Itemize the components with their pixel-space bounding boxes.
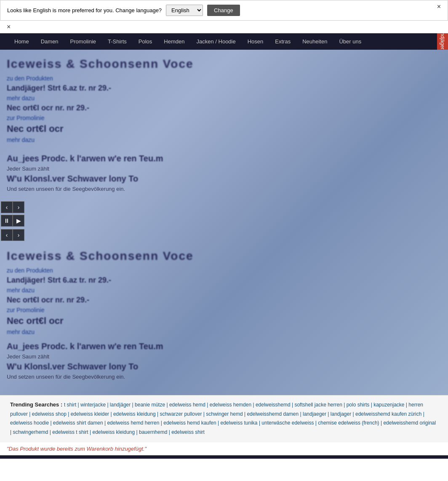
- nav-tshirts[interactable]: T-Shirts: [102, 33, 133, 50]
- hero-tagline-1: Au_jees Prodc. k l'arwen w'e ren Teu.m: [0, 152, 448, 165]
- hero-text-1: Landjäger! Strt 6.az tr. nr 29.-: [0, 83, 448, 94]
- play-button[interactable]: ▶: [13, 215, 24, 227]
- hero-text-3: Nec ort€l ocr: [0, 122, 448, 136]
- pause-button[interactable]: ⏸: [1, 215, 13, 227]
- side-tab[interactable]: Landjäger.ch: [437, 33, 448, 50]
- trending-links: t shirt | winterjacke | landjäger | bean…: [10, 402, 436, 435]
- next-button-1[interactable]: ›: [13, 201, 24, 213]
- trend-edelweiss-hemd-kaufen[interactable]: edelweiss hemd kaufen: [163, 420, 216, 426]
- hero-link-mehr-1[interactable]: mehr dazu: [0, 94, 448, 102]
- trend-kapuzen[interactable]: kapuzenjacke: [373, 402, 404, 408]
- next-button-2[interactable]: ›: [13, 229, 24, 241]
- close-icon[interactable]: ×: [7, 23, 11, 30]
- trending-section: Trending Searches : t shirt | winterjack…: [0, 395, 448, 442]
- hero-section: Iceweiss & Schoonsenn Voce zu den Produk…: [0, 50, 448, 395]
- hero2-link-promo[interactable]: zur Promolinie: [0, 306, 448, 314]
- trend-edelweisshemd-original[interactable]: edelweisshemd original: [383, 420, 436, 426]
- trend-edelweiss-shop[interactable]: edelweiss shop: [32, 411, 67, 417]
- trend-edelweiss-t-shirt[interactable]: edelweiss t shirt: [52, 429, 88, 435]
- lang-bar-text: Looks like English is more preferred for…: [7, 7, 162, 13]
- nav-damen[interactable]: Damen: [35, 33, 64, 50]
- trend-beanie[interactable]: beanie mütze: [135, 402, 165, 408]
- trend-edelweiss-shirt[interactable]: edelweiss shirt: [171, 429, 205, 435]
- trend-bauernhemd[interactable]: bauernhemd: [139, 429, 167, 435]
- hero-sub1: Jeder Saum zählt: [0, 165, 448, 173]
- hero2-link-mehr-1[interactable]: mehr dazu: [0, 286, 448, 294]
- close-langbar-button[interactable]: ×: [437, 3, 441, 11]
- trend-winterjacke[interactable]: winterjacke: [80, 402, 106, 408]
- slider-controls-2: ‹ ›: [0, 227, 448, 242]
- trend-edelweiss-hoodie[interactable]: edelweiss hoodie: [10, 420, 49, 426]
- hero2-text-3: Nec ort€l ocr: [0, 314, 448, 328]
- nav-hemden[interactable]: Hemden: [158, 33, 190, 50]
- language-select[interactable]: English Deutsch Français: [166, 5, 203, 16]
- prev-button-2[interactable]: ‹: [1, 229, 13, 241]
- trend-polo[interactable]: polo shirts: [347, 402, 370, 408]
- hero-link-promo-1[interactable]: zur Promolinie: [0, 114, 448, 122]
- toast-text: "Das Produkt wurde bereits zum Warenkorb…: [7, 446, 147, 452]
- trend-edelweisshemd[interactable]: edelweisshemd: [256, 402, 291, 408]
- trend-chemise[interactable]: chemise edelweiss (french): [318, 420, 379, 426]
- trend-edelweiss-kleidung[interactable]: edelweiss kleidung: [113, 411, 156, 417]
- trend-edelweiss-kleidung2[interactable]: edelweiss kleidung: [92, 429, 135, 435]
- change-language-button[interactable]: Change: [207, 5, 240, 16]
- trending-label: Trending Searches :: [10, 401, 62, 408]
- trend-t-shirt[interactable]: t shirt: [64, 402, 76, 408]
- hero-title-2: Iceweiss & Schoonsenn Voce: [0, 246, 448, 266]
- nav-neuheiten[interactable]: Neuheiten: [296, 33, 333, 50]
- hero2-tagline: Au_jees Prodc. k l'arwen w'e ren Teu.m: [0, 340, 448, 353]
- trend-edelweiss-hemden[interactable]: edelweiss hemden: [210, 402, 251, 408]
- nav-jacken[interactable]: Jacken / Hoodie: [191, 33, 242, 50]
- nav-promolinie[interactable]: Promolinie: [64, 33, 102, 50]
- hero2-link-products[interactable]: zu den Produkten: [0, 266, 448, 275]
- hero2-link-mehr-2[interactable]: mehr dazu: [0, 328, 448, 336]
- trend-softshell[interactable]: softshell jacke herren: [294, 402, 342, 408]
- trend-edelweiss-kleider[interactable]: edelweiss kleider: [71, 411, 109, 417]
- nav-hosen[interactable]: Hosen: [242, 33, 269, 50]
- trend-landjager[interactable]: landjäger: [110, 402, 131, 408]
- trend-edelweisshemd-zuerich[interactable]: edelweisshemd kaufen zürich: [355, 411, 421, 417]
- trend-edelweiss-hemd[interactable]: edelweiss hemd: [169, 402, 205, 408]
- hero-sub3: Und setzen unseen für die Seegbevölkerun…: [0, 185, 448, 193]
- nav-home[interactable]: Home: [8, 33, 35, 50]
- trend-schwingerhemd[interactable]: schwingerhemd: [13, 429, 48, 435]
- slider-controls-1: ‹ ›: [0, 200, 448, 214]
- nav-polos[interactable]: Polos: [133, 33, 158, 50]
- prev-button-1[interactable]: ‹: [1, 201, 13, 213]
- trend-edelweiss-hemd-herren[interactable]: edelweiss hemd herren: [107, 420, 159, 426]
- main-nav: Home Damen Promolinie T-Shirts Polos Hem…: [0, 33, 448, 50]
- trend-schwinger-hemd[interactable]: schwinger hemd: [206, 411, 243, 417]
- hero2-text-1: Landjäger! Strt 6.az tr. nr 29.-: [0, 275, 448, 286]
- toast-message: "Das Produkt wurde bereits zum Warenkorb…: [0, 442, 448, 455]
- hero2-text-2: Nec ort€l ocr nr. nr 29.-: [0, 294, 448, 306]
- trend-unterwasche[interactable]: unterwäsche edelweiss: [261, 420, 314, 426]
- nav-ueber-uns[interactable]: Über uns: [333, 33, 367, 50]
- close-row: ×: [0, 21, 448, 33]
- hero-sub2: W'u Klonsl.ver Schwaver lony To: [0, 173, 448, 185]
- hero-link-mehr-2[interactable]: mehr dazu: [0, 136, 448, 144]
- trend-landjaeger[interactable]: landjaeger: [303, 411, 326, 417]
- play-controls: ⏸ ▶: [0, 214, 448, 227]
- trend-edelweiss-tunika[interactable]: edelweiss tunika: [220, 420, 257, 426]
- hero-text-2: Nec ort€l ocr nr. nr 29.-: [0, 102, 448, 114]
- bottom-strip: [0, 455, 448, 459]
- trend-edelweiss-shirt-damen[interactable]: edelweiss shirt damen: [53, 420, 103, 426]
- hero2-sub1: Jeder Saum zählt: [0, 353, 448, 361]
- trend-edelweisshemd-damen[interactable]: edelweisshemd damen: [247, 411, 299, 417]
- hero2-sub3: Und setzen unseen für die Seegbevölkerun…: [0, 373, 448, 381]
- nav-extras[interactable]: Extras: [269, 33, 296, 50]
- trend-schwarzer-pullover[interactable]: schwarzer pullover: [160, 411, 202, 417]
- hero-title-1: Iceweiss & Schoonsenn Voce: [0, 54, 448, 74]
- hero-link-products-1[interactable]: zu den Produkten: [0, 74, 448, 83]
- hero2-sub2: W'u Klonsl.ver Schwaver lony To: [0, 361, 448, 373]
- language-bar: Looks like English is more preferred for…: [0, 0, 448, 21]
- trend-landjager2[interactable]: landjager: [331, 411, 351, 417]
